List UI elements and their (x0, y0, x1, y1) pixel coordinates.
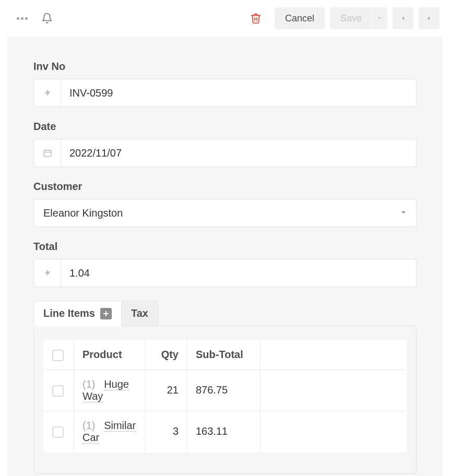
date-value: 2022/11/07 (61, 139, 416, 166)
total-label: Total (33, 241, 417, 253)
inv-no-group: Inv No INV-0599 (33, 61, 417, 107)
customer-value: Eleanor Kingston (43, 207, 400, 219)
chevron-right-icon (427, 15, 432, 21)
col-header-product: Product (74, 340, 146, 370)
cell-qty: 3 (146, 411, 187, 452)
add-line-item-button[interactable] (100, 308, 112, 319)
calendar-icon (34, 139, 61, 166)
table-row: (1) Huge Way 21 876.75 (44, 370, 407, 411)
caret-down-icon (400, 208, 407, 218)
cancel-button[interactable]: Cancel (275, 7, 325, 29)
plus-icon (103, 311, 109, 317)
prev-record-button[interactable] (393, 7, 413, 29)
trash-icon (250, 13, 262, 24)
chevron-down-icon (377, 16, 382, 21)
toolbar-left (14, 10, 55, 27)
cell-subtotal: 163.11 (187, 411, 260, 452)
chevron-left-icon (400, 15, 406, 21)
bell-icon (41, 13, 53, 24)
cell-subtotal: 876.75 (187, 370, 260, 411)
line-items-panel: Product Qty Sub-Total (1) Huge Way 21 87… (33, 326, 417, 474)
col-header-qty: Qty (146, 340, 187, 370)
customer-select[interactable]: Eleanor Kingston (33, 199, 417, 227)
tab-tax[interactable]: Tax (122, 301, 158, 326)
form-page: Inv No INV-0599 Date 2022/11/07 Customer… (7, 37, 443, 476)
total-value: 1.04 (61, 259, 416, 287)
date-group: Date 2022/11/07 (33, 121, 417, 167)
line-items-table: Product Qty Sub-Total (1) Huge Way 21 87… (43, 340, 407, 453)
date-label: Date (33, 121, 417, 133)
col-header-subtotal: Sub-Total (187, 340, 260, 370)
inv-no-input-wrap[interactable]: INV-0599 (33, 79, 417, 107)
total-group: Total 1.04 (33, 241, 417, 287)
row-prefix: (1) (82, 378, 95, 390)
bolt-icon (34, 259, 61, 287)
save-button-group: Save (330, 7, 387, 29)
cell-actions (260, 411, 407, 452)
table-row: (1) Similar Car 3 163.11 (44, 411, 407, 452)
table-header-row: Product Qty Sub-Total (44, 340, 407, 370)
save-button[interactable]: Save (330, 7, 371, 29)
total-input-wrap[interactable]: 1.04 (33, 259, 417, 287)
inv-no-value: INV-0599 (61, 79, 416, 106)
row-checkbox[interactable] (52, 426, 64, 438)
notifications-button[interactable] (39, 10, 55, 27)
tabs: Line Items Tax (33, 301, 417, 326)
delete-button[interactable] (247, 10, 264, 27)
ellipsis-icon (17, 17, 28, 20)
date-input-wrap[interactable]: 2022/11/07 (33, 139, 417, 167)
tab-tax-label: Tax (131, 307, 148, 319)
select-all-checkbox[interactable] (52, 350, 64, 361)
row-prefix: (1) (82, 420, 95, 431)
save-dropdown-button[interactable] (372, 7, 387, 29)
inv-no-label: Inv No (33, 61, 417, 73)
row-checkbox[interactable] (52, 385, 64, 397)
customer-label: Customer (33, 181, 417, 193)
tab-line-items[interactable]: Line Items (33, 301, 122, 326)
cell-qty: 21 (146, 370, 187, 411)
col-header-actions (260, 340, 407, 370)
customer-group: Customer Eleanor Kingston (33, 181, 417, 227)
cell-product: (1) Similar Car (74, 411, 146, 452)
cell-actions (260, 370, 407, 411)
cell-product: (1) Huge Way (74, 370, 146, 411)
svg-rect-0 (44, 150, 51, 157)
next-record-button[interactable] (419, 7, 440, 29)
tab-line-items-label: Line Items (43, 307, 95, 319)
bolt-icon (34, 79, 61, 106)
toolbar: Cancel Save (0, 0, 450, 37)
more-menu-button[interactable] (14, 10, 30, 27)
